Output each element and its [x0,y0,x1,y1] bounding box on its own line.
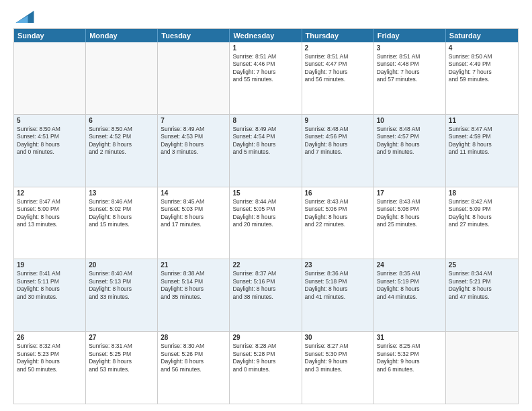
header-day-monday: Monday [86,29,158,42]
calendar-cell: 24Sunrise: 8:35 AM Sunset: 5:19 PM Dayli… [374,259,446,331]
day-info: Sunrise: 8:47 AM Sunset: 4:59 PM Dayligh… [449,126,515,156]
day-number: 13 [89,189,154,197]
day-info: Sunrise: 8:48 AM Sunset: 4:56 PM Dayligh… [305,126,371,156]
calendar-cell: 10Sunrise: 8:48 AM Sunset: 4:57 PM Dayli… [374,115,446,187]
day-number: 28 [161,334,226,341]
day-info: Sunrise: 8:31 AM Sunset: 5:25 PM Dayligh… [89,342,154,373]
day-number: 19 [17,261,83,269]
day-number: 27 [89,334,154,341]
calendar-cell: 3Sunrise: 8:51 AM Sunset: 4:48 PM Daylig… [374,42,446,114]
header-day-thursday: Thursday [302,29,374,42]
day-info: Sunrise: 8:41 AM Sunset: 5:11 PM Dayligh… [17,270,83,301]
day-info: Sunrise: 8:38 AM Sunset: 5:14 PM Dayligh… [161,270,226,301]
calendar-cell: 4Sunrise: 8:50 AM Sunset: 4:49 PM Daylig… [446,42,518,114]
day-number: 10 [377,117,443,124]
day-info: Sunrise: 8:45 AM Sunset: 5:03 PM Dayligh… [161,198,226,229]
calendar-cell: 21Sunrise: 8:38 AM Sunset: 5:14 PM Dayli… [158,259,230,331]
day-info: Sunrise: 8:43 AM Sunset: 5:06 PM Dayligh… [305,198,371,229]
day-info: Sunrise: 8:49 AM Sunset: 4:53 PM Dayligh… [161,126,226,156]
calendar-cell [86,42,158,114]
day-info: Sunrise: 8:51 AM Sunset: 4:48 PM Dayligh… [377,53,443,84]
day-number: 7 [161,117,226,124]
page: SundayMondayTuesdayWednesdayThursdayFrid… [0,0,532,411]
calendar-cell: 30Sunrise: 8:27 AM Sunset: 5:30 PM Dayli… [302,332,374,404]
day-info: Sunrise: 8:42 AM Sunset: 5:09 PM Dayligh… [449,198,515,229]
calendar-cell [14,42,86,114]
day-number: 15 [232,189,298,197]
calendar-cell: 18Sunrise: 8:42 AM Sunset: 5:09 PM Dayli… [446,187,518,259]
day-number: 4 [449,44,515,52]
day-info: Sunrise: 8:51 AM Sunset: 4:46 PM Dayligh… [232,53,298,84]
day-number: 16 [305,189,371,197]
day-number: 14 [161,189,226,197]
day-number: 24 [377,261,443,269]
day-number: 18 [449,189,515,197]
day-number: 9 [305,117,371,124]
day-info: Sunrise: 8:30 AM Sunset: 5:26 PM Dayligh… [161,342,226,373]
day-info: Sunrise: 8:46 AM Sunset: 5:02 PM Dayligh… [89,198,154,229]
day-info: Sunrise: 8:35 AM Sunset: 5:19 PM Dayligh… [377,270,443,301]
calendar-body: 1Sunrise: 8:51 AM Sunset: 4:46 PM Daylig… [14,42,518,404]
day-info: Sunrise: 8:36 AM Sunset: 5:18 PM Dayligh… [305,270,371,301]
header-day-friday: Friday [374,29,446,42]
calendar-cell: 2Sunrise: 8:51 AM Sunset: 4:47 PM Daylig… [302,42,374,114]
day-info: Sunrise: 8:43 AM Sunset: 5:08 PM Dayligh… [377,198,443,229]
day-number: 21 [161,261,226,269]
day-info: Sunrise: 8:44 AM Sunset: 5:05 PM Dayligh… [232,198,298,229]
calendar-cell: 20Sunrise: 8:40 AM Sunset: 5:13 PM Dayli… [86,259,158,331]
calendar-cell: 22Sunrise: 8:37 AM Sunset: 5:16 PM Dayli… [230,259,302,331]
calendar-cell: 14Sunrise: 8:45 AM Sunset: 5:03 PM Dayli… [158,187,230,259]
day-info: Sunrise: 8:27 AM Sunset: 5:30 PM Dayligh… [305,342,371,373]
day-number: 20 [89,261,154,269]
calendar-cell: 8Sunrise: 8:49 AM Sunset: 4:54 PM Daylig… [230,115,302,187]
day-info: Sunrise: 8:25 AM Sunset: 5:32 PM Dayligh… [377,342,443,373]
header [13,11,519,23]
day-number: 23 [305,261,371,269]
day-number: 8 [232,117,298,124]
calendar-cell: 19Sunrise: 8:41 AM Sunset: 5:11 PM Dayli… [14,259,86,331]
day-info: Sunrise: 8:50 AM Sunset: 4:49 PM Dayligh… [449,53,515,84]
header-day-saturday: Saturday [446,29,518,42]
calendar-cell: 16Sunrise: 8:43 AM Sunset: 5:06 PM Dayli… [302,187,374,259]
calendar-row-5: 26Sunrise: 8:32 AM Sunset: 5:23 PM Dayli… [14,332,518,404]
calendar-cell: 29Sunrise: 8:28 AM Sunset: 5:28 PM Dayli… [230,332,302,404]
day-number: 1 [232,44,298,52]
calendar-cell: 26Sunrise: 8:32 AM Sunset: 5:23 PM Dayli… [14,332,86,404]
day-info: Sunrise: 8:47 AM Sunset: 5:00 PM Dayligh… [17,198,83,229]
day-number: 25 [449,261,515,269]
day-number: 3 [377,44,443,52]
calendar: SundayMondayTuesdayWednesdayThursdayFrid… [13,28,519,404]
day-number: 2 [305,44,371,52]
day-info: Sunrise: 8:50 AM Sunset: 4:52 PM Dayligh… [89,126,154,156]
calendar-cell: 7Sunrise: 8:49 AM Sunset: 4:53 PM Daylig… [158,115,230,187]
calendar-row-1: 1Sunrise: 8:51 AM Sunset: 4:46 PM Daylig… [14,42,518,115]
day-number: 17 [377,189,443,197]
calendar-row-4: 19Sunrise: 8:41 AM Sunset: 5:11 PM Dayli… [14,259,518,332]
calendar-cell [158,42,230,114]
day-number: 31 [377,334,443,341]
calendar-row-3: 12Sunrise: 8:47 AM Sunset: 5:00 PM Dayli… [14,187,518,260]
calendar-cell: 1Sunrise: 8:51 AM Sunset: 4:46 PM Daylig… [230,42,302,114]
day-info: Sunrise: 8:37 AM Sunset: 5:16 PM Dayligh… [232,270,298,301]
logo [13,11,35,23]
calendar-cell: 25Sunrise: 8:34 AM Sunset: 5:21 PM Dayli… [446,259,518,331]
calendar-cell: 12Sunrise: 8:47 AM Sunset: 5:00 PM Dayli… [14,187,86,259]
day-info: Sunrise: 8:28 AM Sunset: 5:28 PM Dayligh… [232,342,298,373]
calendar-cell: 15Sunrise: 8:44 AM Sunset: 5:05 PM Dayli… [230,187,302,259]
day-number: 5 [17,117,83,124]
header-day-wednesday: Wednesday [230,29,302,42]
day-info: Sunrise: 8:50 AM Sunset: 4:51 PM Dayligh… [17,126,83,156]
day-info: Sunrise: 8:34 AM Sunset: 5:21 PM Dayligh… [449,270,515,301]
calendar-cell: 5Sunrise: 8:50 AM Sunset: 4:51 PM Daylig… [14,115,86,187]
calendar-cell: 11Sunrise: 8:47 AM Sunset: 4:59 PM Dayli… [446,115,518,187]
calendar-cell: 9Sunrise: 8:48 AM Sunset: 4:56 PM Daylig… [302,115,374,187]
day-number: 11 [449,117,515,124]
calendar-cell: 31Sunrise: 8:25 AM Sunset: 5:32 PM Dayli… [374,332,446,404]
calendar-cell: 27Sunrise: 8:31 AM Sunset: 5:25 PM Dayli… [86,332,158,404]
calendar-cell: 17Sunrise: 8:43 AM Sunset: 5:08 PM Dayli… [374,187,446,259]
day-number: 26 [17,334,83,341]
calendar-row-2: 5Sunrise: 8:50 AM Sunset: 4:51 PM Daylig… [14,115,518,187]
day-info: Sunrise: 8:40 AM Sunset: 5:13 PM Dayligh… [89,270,154,301]
calendar-cell: 23Sunrise: 8:36 AM Sunset: 5:18 PM Dayli… [302,259,374,331]
day-info: Sunrise: 8:51 AM Sunset: 4:47 PM Dayligh… [305,53,371,84]
